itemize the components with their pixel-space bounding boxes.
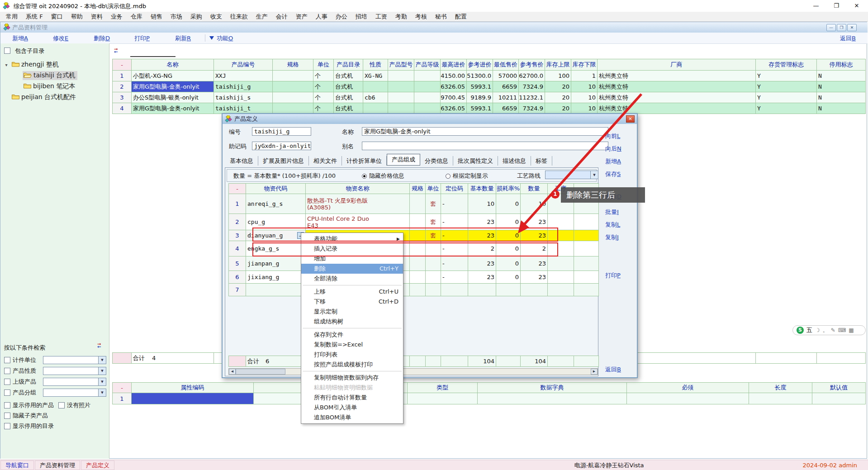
bom-hscrollbar[interactable]: ◀ ▶	[228, 368, 598, 375]
context-menu-item-增加[interactable]: 增加	[301, 254, 403, 264]
menubar-item-12[interactable]: 生产	[252, 13, 272, 21]
attr-cell[interactable]	[812, 393, 866, 404]
product-cell[interactable]: 个	[313, 92, 334, 103]
row-number[interactable]: 7	[229, 284, 246, 296]
row-number[interactable]: 2	[229, 214, 246, 230]
bom-cell[interactable]: 套	[426, 194, 441, 214]
mnemonic-field[interactable]: jyGxdn-ja-onlyit	[252, 142, 311, 150]
product-cell[interactable]: 6659	[493, 81, 519, 92]
product-cell[interactable]	[414, 103, 441, 114]
product-cell[interactable]: 5993.1	[467, 103, 493, 114]
menubar-item-3[interactable]: 帮助	[67, 13, 87, 21]
menubar-item-5[interactable]: 业务	[107, 13, 127, 21]
dialog-close-icon[interactable]: ✕	[626, 115, 635, 123]
product-cell[interactable]	[273, 71, 313, 81]
bom-cell[interactable]	[410, 194, 426, 214]
bom-cell[interactable]: -	[441, 214, 468, 230]
tree-expand-arrow-icon[interactable]: ▾	[3, 62, 9, 67]
bom-col-header-2[interactable]: 物资名称	[306, 184, 410, 194]
product-cell[interactable]: 10211	[493, 92, 519, 103]
menubar-item-16[interactable]: 办公	[332, 13, 351, 21]
attr-col-header-7[interactable]: 默认值	[812, 383, 866, 393]
attr-cell[interactable]	[132, 393, 254, 404]
statusbar-product-mgmt[interactable]: 产品资料管理	[35, 461, 80, 470]
menubar-item-13[interactable]: 会计	[272, 13, 292, 21]
chevron-down-icon[interactable]: ▼	[98, 356, 106, 364]
context-menu-item-组成结构树[interactable]: 组成结构树	[301, 317, 403, 327]
product-cell[interactable]: cb6	[363, 92, 388, 103]
row-number[interactable]: 6	[229, 271, 246, 284]
product-cell[interactable]: 11232.1	[519, 92, 545, 103]
bom-cell[interactable]: 0	[496, 194, 521, 214]
attr-cell[interactable]	[408, 393, 478, 404]
tab-标签[interactable]: 标签	[531, 156, 552, 166]
toolbar-new-button[interactable]: 新增A	[12, 34, 28, 43]
product-cell[interactable]: 个	[313, 81, 334, 92]
menubar-item-20[interactable]: 考核	[411, 13, 431, 21]
bom-cell[interactable]: 套	[426, 214, 441, 230]
minimize-icon[interactable]: —	[806, 0, 825, 12]
bom-col-header-3[interactable]: 规格	[410, 184, 426, 194]
context-menu-item-下移[interactable]: 下移Ctrl+D	[301, 297, 403, 307]
statusbar-nav-window[interactable]: 导航窗口	[0, 461, 34, 470]
bom-cell[interactable]: anreqi_g_s	[246, 194, 306, 214]
product-cell[interactable]: 家用G型电脑-金奥-onlyit	[132, 81, 214, 92]
bom-col-header-0[interactable]: -	[229, 184, 246, 194]
bom-cell[interactable]	[426, 241, 441, 256]
product-col-header-7[interactable]: 产品型号	[388, 59, 414, 71]
row-number[interactable]: 1	[113, 393, 132, 404]
product-cell[interactable]: 9189.9	[467, 92, 493, 103]
bom-cell[interactable]	[468, 284, 496, 296]
chevron-down-icon[interactable]: ▼	[98, 367, 106, 375]
bom-cell[interactable]: 23	[468, 214, 496, 230]
product-col-header-16[interactable]: 存货管理标志	[756, 59, 817, 71]
bom-cell[interactable]	[574, 230, 599, 241]
product-cell[interactable]: 10	[571, 103, 598, 114]
bom-cell[interactable]: 0	[496, 271, 521, 284]
context-menu-item-按照产品组成模板打印[interactable]: 按照产品组成模板打印	[301, 360, 403, 370]
moon-icon[interactable]: ☽	[815, 328, 820, 333]
row-number[interactable]: 2	[113, 81, 132, 92]
product-cell[interactable]: taishiji_g	[214, 81, 273, 92]
menubar-item-6[interactable]: 仓库	[127, 13, 147, 21]
bom-cell[interactable]: 23	[468, 230, 496, 241]
bom-cell[interactable]	[521, 284, 548, 296]
bom-cell[interactable]: 10	[521, 194, 548, 214]
menubar-item-21[interactable]: 秘书	[431, 13, 451, 21]
menubar-item-1[interactable]: 系统 F	[22, 13, 47, 21]
bom-cell[interactable]: 23	[521, 214, 548, 230]
attr-cell[interactable]	[749, 393, 812, 404]
product-cell[interactable]: 台式机	[334, 81, 363, 92]
bom-cell[interactable]: 0	[496, 230, 521, 241]
menubar-item-9[interactable]: 采购	[186, 13, 206, 21]
bom-col-header-5[interactable]: 定位码	[441, 184, 468, 194]
filter-checkbox[interactable]	[4, 402, 10, 408]
product-col-header-5[interactable]: 产品目录	[334, 59, 363, 71]
product-cell[interactable]: 台式机	[334, 92, 363, 103]
menubar-item-8[interactable]: 市场	[166, 13, 186, 21]
menubar-item-15[interactable]: 人事	[312, 13, 332, 21]
product-cell[interactable]: 办公S型电脑-银奥-onlyit	[132, 92, 214, 103]
bom-cell[interactable]: 散热器-Tt 火星9彩色版 (A3085)	[306, 194, 410, 214]
swap-arrows-icon[interactable]: →←	[114, 48, 118, 53]
attr-cell[interactable]	[478, 393, 627, 404]
product-col-header-2[interactable]: 产品编号	[214, 59, 273, 71]
bom-cell[interactable]	[574, 241, 599, 256]
menubar-item-18[interactable]: 工资	[371, 13, 391, 21]
bom-cell[interactable]	[574, 284, 599, 296]
product-cell[interactable]	[388, 71, 414, 81]
tab-扩展及图片信息[interactable]: 扩展及图片信息	[258, 156, 309, 166]
keyboard-icon[interactable]: ⌨	[838, 328, 846, 333]
product-col-header-15[interactable]: 厂商	[598, 59, 756, 71]
context-menu-item-复制数据=>Excel[interactable]: 复制数据=>Excel	[301, 340, 403, 350]
attr-col-header-0[interactable]: -	[113, 383, 132, 393]
context-menu-item-所有行自动计算数量[interactable]: 所有行自动计算数量	[301, 393, 403, 403]
scroll-thumb[interactable]	[236, 369, 285, 375]
product-cell[interactable]	[363, 81, 388, 92]
product-cell[interactable]: 6659	[493, 103, 519, 114]
product-cell[interactable]: 20	[545, 81, 571, 92]
bom-cell[interactable]	[574, 214, 599, 230]
product-cell[interactable]: 5993.1	[467, 81, 493, 92]
bom-cell[interactable]: CPU-Intel Core 2 Duo E43	[306, 214, 410, 230]
dialog-side-button-0[interactable]: 向前L	[605, 132, 620, 140]
